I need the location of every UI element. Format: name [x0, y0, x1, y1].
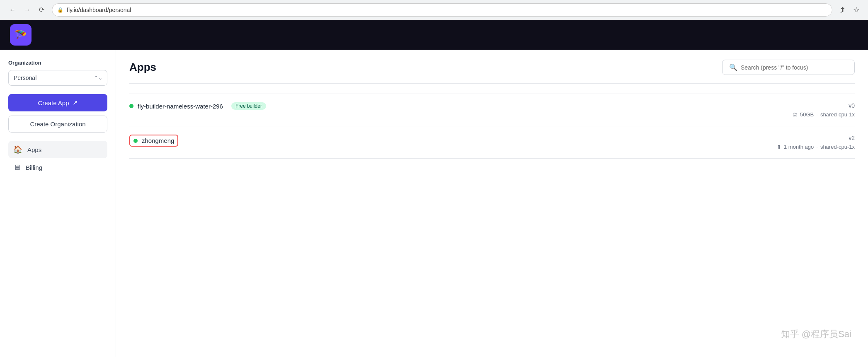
sidebar-item-billing-label: Billing [26, 164, 42, 171]
app-row-right: v2 ⬆ 1 month ago · shared-cpu-1x [777, 135, 855, 150]
home-icon: 🏠 [13, 145, 22, 154]
app-row-left: zhongmeng [129, 135, 777, 147]
app-deploy-time: 1 month ago [784, 144, 814, 150]
create-app-label: Create App [38, 99, 69, 106]
page-title: Apps [129, 61, 156, 74]
back-button[interactable]: ← [7, 5, 18, 15]
reload-button[interactable]: ⟳ [36, 4, 47, 15]
content-header: Apps 🔍 [129, 60, 855, 84]
top-nav: 🪂 [0, 20, 868, 50]
app-container: 🪂 Organization Personal ⌃⌄ Create App ↗ … [0, 20, 868, 357]
status-dot-green [133, 139, 138, 143]
app-name-text: fly-builder-nameless-water-296 [138, 103, 223, 110]
app-name: zhongmeng [129, 135, 777, 147]
deploy-icon: ⬆ [777, 144, 781, 150]
lock-icon: 🔒 [57, 7, 63, 13]
bookmark-button[interactable]: ☆ [851, 4, 861, 16]
logo: 🪂 [10, 24, 32, 46]
app-name: fly-builder-nameless-water-296 Free buil… [129, 102, 792, 110]
app-row-left: fly-builder-nameless-water-296 Free buil… [129, 102, 792, 110]
app-meta: 🗂 50GB · shared-cpu-1x [792, 111, 855, 118]
org-section-label: Organization [8, 60, 107, 66]
sidebar-nav: 🏠 Apps 🖥 Billing [8, 141, 107, 176]
forward-button[interactable]: → [22, 5, 33, 15]
share-button[interactable]: ⮭ [837, 4, 848, 16]
billing-icon: 🖥 [13, 163, 21, 172]
app-cpu: shared-cpu-1x [820, 144, 855, 150]
highlighted-app-name: zhongmeng [129, 135, 178, 147]
status-dot-green [129, 104, 133, 108]
search-bar[interactable]: 🔍 [722, 60, 855, 75]
browser-chrome: ← → ⟳ 🔒 fly.io/dashboard/personal ⮭ ☆ [0, 0, 868, 20]
search-icon: 🔍 [729, 63, 737, 71]
app-list: fly-builder-nameless-water-296 Free buil… [129, 94, 855, 159]
org-select-wrapper: Personal ⌃⌄ [8, 70, 107, 86]
meta-separator: · [816, 144, 818, 150]
meta-separator: · [816, 111, 818, 118]
app-row-right: v0 🗂 50GB · shared-cpu-1x [792, 102, 855, 118]
sidebar-item-billing[interactable]: 🖥 Billing [8, 159, 107, 176]
app-meta: ⬆ 1 month ago · shared-cpu-1x [777, 144, 855, 150]
app-version: v0 [849, 102, 855, 109]
external-link-icon: ↗ [73, 99, 78, 106]
app-storage: 50GB [800, 111, 814, 118]
search-input[interactable] [741, 64, 848, 71]
free-builder-badge: Free builder [231, 102, 266, 110]
logo-icon: 🪂 [15, 29, 27, 41]
storage-icon: 🗂 [792, 111, 798, 118]
create-org-button[interactable]: Create Organization [8, 116, 107, 133]
table-row[interactable]: zhongmeng v2 ⬆ 1 month ago · shared-cpu-… [129, 126, 855, 159]
sidebar-item-apps-label: Apps [27, 146, 41, 153]
app-cpu: shared-cpu-1x [820, 111, 855, 118]
sidebar-item-apps[interactable]: 🏠 Apps [8, 141, 107, 158]
app-name-text: zhongmeng [142, 137, 174, 144]
create-app-button[interactable]: Create App ↗ [8, 94, 107, 111]
sidebar: Organization Personal ⌃⌄ Create App ↗ Cr… [0, 50, 116, 357]
url-text: fly.io/dashboard/personal [67, 7, 827, 13]
create-org-label: Create Organization [30, 121, 85, 128]
org-select[interactable]: Personal [8, 70, 107, 86]
main-content: Organization Personal ⌃⌄ Create App ↗ Cr… [0, 50, 868, 357]
table-row[interactable]: fly-builder-nameless-water-296 Free buil… [129, 94, 855, 126]
content-area: Apps 🔍 fly-builder-nameless-water-296 Fr… [116, 50, 868, 357]
app-version: v2 [849, 135, 855, 141]
address-bar[interactable]: 🔒 fly.io/dashboard/personal [52, 3, 832, 17]
